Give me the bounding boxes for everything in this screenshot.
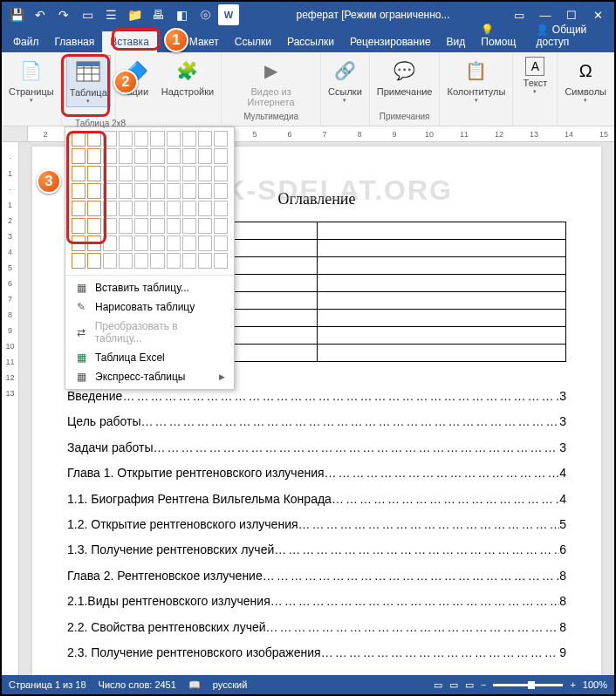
table-grid-cell[interactable] (103, 131, 117, 147)
table-grid-cell[interactable] (87, 183, 101, 199)
table-grid-cell[interactable] (182, 166, 196, 181)
word-count[interactable]: Число слов: 2451 (99, 679, 176, 690)
table-grid-cell[interactable] (167, 166, 181, 181)
table-grid-cell[interactable] (167, 183, 181, 199)
table-grid-cell[interactable] (134, 183, 148, 199)
tab-view[interactable]: Вид (439, 31, 474, 52)
table-grid-cell[interactable] (103, 218, 117, 234)
table-grid-cell[interactable] (214, 148, 228, 164)
page-status[interactable]: Страница 1 из 18 (9, 679, 86, 690)
table-grid-cell[interactable] (103, 183, 117, 199)
tab-insert[interactable]: Вставка (102, 31, 157, 52)
qat-icon[interactable]: ☰ (100, 4, 121, 25)
table-grid-cell[interactable] (119, 201, 133, 216)
tab-help[interactable]: 💡 Помощ (473, 19, 528, 52)
table-grid-cell[interactable] (182, 201, 196, 216)
table-button[interactable]: Таблица ▾ (66, 55, 111, 107)
table-grid-cell[interactable] (134, 131, 148, 147)
table-grid-cell[interactable] (167, 253, 181, 269)
table-grid-cell[interactable] (134, 201, 148, 216)
table-grid-cell[interactable] (87, 253, 101, 269)
table-grid-cell[interactable] (87, 148, 101, 164)
table-grid-cell[interactable] (134, 218, 148, 234)
pages-button[interactable]: 📄 Страницы ▾ (6, 55, 57, 106)
table-grid-cell[interactable] (103, 253, 117, 269)
table-grid-cell[interactable] (214, 166, 228, 181)
table-grid-cell[interactable] (150, 201, 164, 216)
table-grid-cell[interactable] (182, 235, 196, 251)
table-grid-cell[interactable] (214, 218, 228, 234)
table-grid-cell[interactable] (167, 148, 181, 164)
table-grid-cell[interactable] (182, 253, 196, 269)
table-grid-cell[interactable] (119, 131, 133, 147)
table-grid-cell[interactable] (72, 183, 86, 199)
quick-tables-item[interactable]: ▦Экспресс-таблицы▶ (65, 367, 234, 386)
table-grid-cell[interactable] (134, 166, 148, 181)
table-grid-cell[interactable] (167, 235, 181, 251)
table-grid-cell[interactable] (134, 148, 148, 164)
qat-icon[interactable]: 🖶 (147, 4, 168, 25)
table-grid-cell[interactable] (214, 201, 228, 216)
table-grid-cell[interactable] (119, 253, 133, 269)
tab-home[interactable]: Главная (47, 31, 103, 52)
table-grid-cell[interactable] (87, 166, 101, 181)
table-grid-cell[interactable] (198, 166, 212, 181)
table-grid-cell[interactable] (198, 148, 212, 164)
view-readmode-icon[interactable]: ▭ (434, 679, 442, 691)
table-grid-cell[interactable] (150, 183, 164, 199)
share-button[interactable]: 👤 Общий доступ (528, 19, 611, 52)
tab-review[interactable]: Рецензирование (342, 31, 439, 52)
table-grid-cell[interactable] (214, 235, 228, 251)
table-grid-cell[interactable] (134, 235, 148, 251)
table-grid-cell[interactable] (150, 235, 164, 251)
table-grid-cell[interactable] (214, 253, 228, 269)
table-grid-cell[interactable] (119, 148, 133, 164)
links-button[interactable]: 🔗 Ссылки ▾ (325, 55, 365, 106)
table-grid-cell[interactable] (119, 166, 133, 181)
table-grid-cell[interactable] (119, 235, 133, 251)
table-grid-cell[interactable] (167, 201, 181, 216)
zoom-level[interactable]: 100% (583, 679, 607, 690)
table-grid-cell[interactable] (182, 183, 196, 199)
table-grid-cell[interactable] (87, 131, 101, 147)
view-print-icon[interactable]: ▭ (449, 679, 458, 691)
undo-icon[interactable]: ↶ (30, 4, 51, 25)
qat-icon[interactable]: ◧ (171, 4, 192, 25)
table-grid-cell[interactable] (72, 218, 86, 234)
zoom-out-icon[interactable]: − (481, 679, 486, 690)
table-grid-cell[interactable] (182, 148, 196, 164)
table-grid-cell[interactable] (198, 218, 212, 234)
excel-table-item[interactable]: ▦Таблица Excel (65, 348, 234, 367)
table-grid-cell[interactable] (167, 218, 181, 234)
table-grid-cell[interactable] (150, 253, 164, 269)
table-grid-cell[interactable] (150, 166, 164, 181)
comment-button[interactable]: 💬 Примечание (374, 55, 435, 99)
qat-icon[interactable]: 📁 (124, 4, 145, 25)
draw-table-item[interactable]: ✎Нарисовать таблицу (65, 297, 234, 317)
table-grid-cell[interactable] (198, 201, 212, 216)
table-grid-cell[interactable] (182, 131, 196, 147)
addins-button[interactable]: 🧩 Надстройки (159, 55, 216, 99)
table-grid-cell[interactable] (119, 218, 133, 234)
vertical-ruler[interactable]: ·1·12345678910111213 (2, 142, 19, 678)
table-grid-cell[interactable] (198, 235, 212, 251)
language-status[interactable]: русский (213, 679, 247, 690)
table-grid-cell[interactable] (150, 148, 164, 164)
table-grid-cell[interactable] (87, 218, 101, 234)
table-grid-cell[interactable] (87, 235, 101, 251)
table-grid-cell[interactable] (150, 131, 164, 147)
table-grid[interactable] (65, 127, 234, 275)
table-grid-cell[interactable] (103, 235, 117, 251)
table-grid-cell[interactable] (103, 201, 117, 216)
table-grid-cell[interactable] (214, 131, 228, 147)
table-grid-cell[interactable] (167, 131, 181, 147)
qat-icon[interactable]: ⦾ (195, 4, 216, 25)
table-grid-cell[interactable] (72, 148, 86, 164)
table-grid-cell[interactable] (103, 166, 117, 181)
zoom-in-icon[interactable]: + (570, 679, 575, 690)
table-grid-cell[interactable] (182, 218, 196, 234)
table-grid-cell[interactable] (103, 148, 117, 164)
table-grid-cell[interactable] (214, 183, 228, 199)
table-grid-cell[interactable] (150, 218, 164, 234)
tab-mailings[interactable]: Рассылки (279, 31, 342, 52)
